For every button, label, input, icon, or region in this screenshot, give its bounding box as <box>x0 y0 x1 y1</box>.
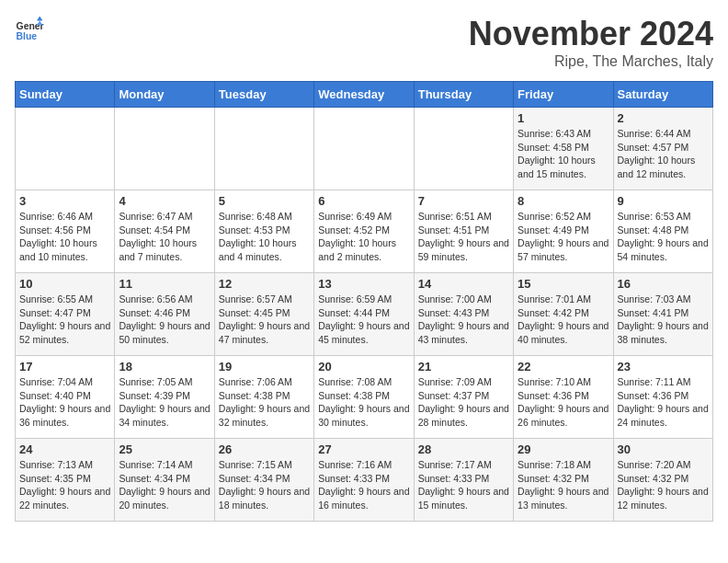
calendar-cell: 21Sunrise: 7:09 AM Sunset: 4:37 PM Dayli… <box>414 356 513 439</box>
day-number: 21 <box>418 360 509 373</box>
day-info: Sunrise: 6:51 AM Sunset: 4:51 PM Dayligh… <box>418 210 509 264</box>
day-number: 14 <box>418 277 509 291</box>
day-info: Sunrise: 7:15 AM Sunset: 4:34 PM Dayligh… <box>219 458 310 512</box>
day-info: Sunrise: 6:53 AM Sunset: 4:48 PM Dayligh… <box>618 210 709 264</box>
day-info: Sunrise: 6:52 AM Sunset: 4:49 PM Dayligh… <box>518 210 609 264</box>
day-number: 11 <box>119 277 210 291</box>
weekday-header-sunday: Sunday <box>16 82 115 108</box>
svg-marker-2 <box>37 17 42 21</box>
day-number: 28 <box>418 442 509 456</box>
day-number: 26 <box>219 442 310 456</box>
logo: General Blue <box>15 15 44 44</box>
calendar-cell <box>314 108 414 190</box>
day-number: 25 <box>119 442 210 456</box>
calendar-cell: 1Sunrise: 6:43 AM Sunset: 4:58 PM Daylig… <box>514 108 613 190</box>
weekday-header-saturday: Saturday <box>613 82 712 108</box>
day-info: Sunrise: 7:06 AM Sunset: 4:38 PM Dayligh… <box>219 375 310 430</box>
day-number: 23 <box>618 360 709 373</box>
calendar-cell: 13Sunrise: 6:59 AM Sunset: 4:44 PM Dayli… <box>314 273 414 356</box>
title-area: November 2024 Ripe, The Marches, Italy <box>469 15 713 70</box>
day-info: Sunrise: 6:43 AM Sunset: 4:58 PM Dayligh… <box>518 127 609 181</box>
calendar-cell: 11Sunrise: 6:56 AM Sunset: 4:46 PM Dayli… <box>115 273 214 356</box>
day-number: 8 <box>518 194 609 208</box>
day-number: 5 <box>219 194 310 208</box>
day-number: 1 <box>518 111 609 125</box>
day-number: 15 <box>518 277 609 291</box>
calendar-cell <box>414 108 513 190</box>
day-number: 22 <box>518 360 609 373</box>
calendar-cell: 19Sunrise: 7:06 AM Sunset: 4:38 PM Dayli… <box>214 356 313 439</box>
calendar-cell: 25Sunrise: 7:14 AM Sunset: 4:34 PM Dayli… <box>115 439 214 522</box>
day-info: Sunrise: 7:08 AM Sunset: 4:38 PM Dayligh… <box>318 375 409 430</box>
calendar-cell: 20Sunrise: 7:08 AM Sunset: 4:38 PM Dayli… <box>314 356 414 439</box>
day-number: 30 <box>618 442 709 456</box>
calendar-cell: 15Sunrise: 7:01 AM Sunset: 4:42 PM Dayli… <box>514 273 613 356</box>
day-info: Sunrise: 6:59 AM Sunset: 4:44 PM Dayligh… <box>318 293 409 347</box>
calendar-cell: 7Sunrise: 6:51 AM Sunset: 4:51 PM Daylig… <box>414 190 513 273</box>
day-number: 10 <box>19 277 110 291</box>
day-info: Sunrise: 7:01 AM Sunset: 4:42 PM Dayligh… <box>518 293 609 347</box>
logo-icon: General Blue <box>15 15 44 44</box>
calendar-cell: 12Sunrise: 6:57 AM Sunset: 4:45 PM Dayli… <box>214 273 313 356</box>
calendar-cell: 22Sunrise: 7:10 AM Sunset: 4:36 PM Dayli… <box>514 356 613 439</box>
day-info: Sunrise: 7:04 AM Sunset: 4:40 PM Dayligh… <box>19 375 110 430</box>
calendar-cell: 23Sunrise: 7:11 AM Sunset: 4:36 PM Dayli… <box>613 356 712 439</box>
day-number: 7 <box>418 194 509 208</box>
calendar-cell: 24Sunrise: 7:13 AM Sunset: 4:35 PM Dayli… <box>16 439 115 522</box>
calendar-cell: 27Sunrise: 7:16 AM Sunset: 4:33 PM Dayli… <box>314 439 414 522</box>
day-number: 9 <box>618 194 709 208</box>
calendar-cell: 5Sunrise: 6:48 AM Sunset: 4:53 PM Daylig… <box>214 190 313 273</box>
day-info: Sunrise: 7:11 AM Sunset: 4:36 PM Dayligh… <box>618 375 709 430</box>
calendar-week-3: 10Sunrise: 6:55 AM Sunset: 4:47 PM Dayli… <box>16 273 713 356</box>
calendar-cell: 8Sunrise: 6:52 AM Sunset: 4:49 PM Daylig… <box>514 190 613 273</box>
day-number: 29 <box>518 442 609 456</box>
day-info: Sunrise: 6:49 AM Sunset: 4:52 PM Dayligh… <box>318 210 409 264</box>
day-info: Sunrise: 6:47 AM Sunset: 4:54 PM Dayligh… <box>119 210 210 264</box>
calendar-week-4: 17Sunrise: 7:04 AM Sunset: 4:40 PM Dayli… <box>16 356 713 439</box>
calendar-cell <box>115 108 214 190</box>
weekday-header-wednesday: Wednesday <box>314 82 414 108</box>
day-number: 16 <box>618 277 709 291</box>
calendar-title: November 2024 <box>469 15 713 53</box>
day-info: Sunrise: 7:09 AM Sunset: 4:37 PM Dayligh… <box>418 375 509 430</box>
day-info: Sunrise: 7:03 AM Sunset: 4:41 PM Dayligh… <box>618 293 709 347</box>
calendar-cell: 30Sunrise: 7:20 AM Sunset: 4:32 PM Dayli… <box>613 439 712 522</box>
calendar-cell: 3Sunrise: 6:46 AM Sunset: 4:56 PM Daylig… <box>16 190 115 273</box>
day-info: Sunrise: 7:14 AM Sunset: 4:34 PM Dayligh… <box>119 458 210 512</box>
calendar-table: SundayMondayTuesdayWednesdayThursdayFrid… <box>15 81 713 522</box>
calendar-week-2: 3Sunrise: 6:46 AM Sunset: 4:56 PM Daylig… <box>16 190 713 273</box>
day-number: 17 <box>19 360 110 373</box>
calendar-week-5: 24Sunrise: 7:13 AM Sunset: 4:35 PM Dayli… <box>16 439 713 522</box>
day-info: Sunrise: 6:57 AM Sunset: 4:45 PM Dayligh… <box>219 293 310 347</box>
day-info: Sunrise: 6:56 AM Sunset: 4:46 PM Dayligh… <box>119 293 210 347</box>
calendar-cell <box>16 108 115 190</box>
calendar-header: SundayMondayTuesdayWednesdayThursdayFrid… <box>16 82 713 108</box>
day-number: 24 <box>19 442 110 456</box>
calendar-cell: 14Sunrise: 7:00 AM Sunset: 4:43 PM Dayli… <box>414 273 513 356</box>
calendar-subtitle: Ripe, The Marches, Italy <box>469 53 713 70</box>
calendar-cell: 18Sunrise: 7:05 AM Sunset: 4:39 PM Dayli… <box>115 356 214 439</box>
day-info: Sunrise: 7:17 AM Sunset: 4:33 PM Dayligh… <box>418 458 509 512</box>
day-number: 20 <box>318 360 409 373</box>
svg-text:Blue: Blue <box>17 31 38 41</box>
weekday-header-thursday: Thursday <box>414 82 513 108</box>
calendar-cell: 16Sunrise: 7:03 AM Sunset: 4:41 PM Dayli… <box>613 273 712 356</box>
calendar-cell: 29Sunrise: 7:18 AM Sunset: 4:32 PM Dayli… <box>514 439 613 522</box>
day-number: 13 <box>318 277 409 291</box>
day-info: Sunrise: 7:20 AM Sunset: 4:32 PM Dayligh… <box>618 458 709 512</box>
day-number: 12 <box>219 277 310 291</box>
weekday-header-tuesday: Tuesday <box>214 82 313 108</box>
calendar-cell: 4Sunrise: 6:47 AM Sunset: 4:54 PM Daylig… <box>115 190 214 273</box>
day-info: Sunrise: 7:05 AM Sunset: 4:39 PM Dayligh… <box>119 375 210 430</box>
calendar-cell: 26Sunrise: 7:15 AM Sunset: 4:34 PM Dayli… <box>214 439 313 522</box>
calendar-cell: 17Sunrise: 7:04 AM Sunset: 4:40 PM Dayli… <box>16 356 115 439</box>
weekday-header-friday: Friday <box>514 82 613 108</box>
day-number: 4 <box>119 194 210 208</box>
weekday-header-row: SundayMondayTuesdayWednesdayThursdayFrid… <box>16 82 713 108</box>
calendar-cell: 2Sunrise: 6:44 AM Sunset: 4:57 PM Daylig… <box>613 108 712 190</box>
day-number: 6 <box>318 194 409 208</box>
day-info: Sunrise: 6:46 AM Sunset: 4:56 PM Dayligh… <box>19 210 110 264</box>
page-header: General Blue November 2024 Ripe, The Mar… <box>15 15 713 70</box>
day-number: 18 <box>119 360 210 373</box>
day-info: Sunrise: 7:18 AM Sunset: 4:32 PM Dayligh… <box>518 458 609 512</box>
